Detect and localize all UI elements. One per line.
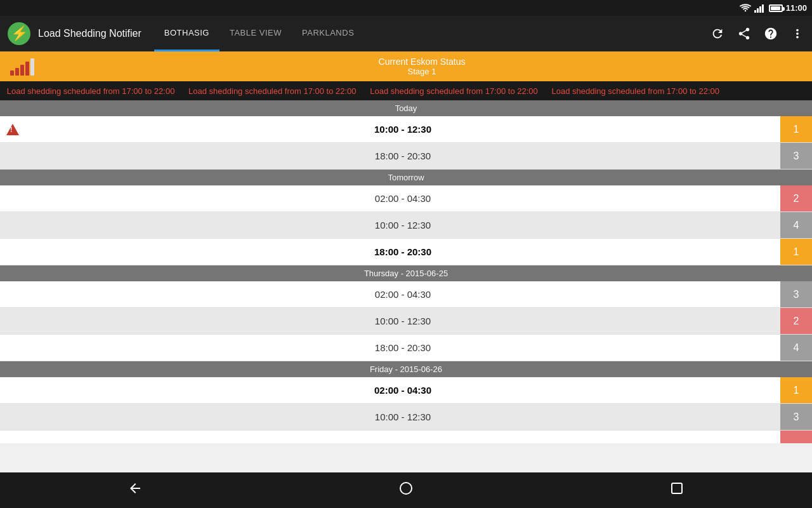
status-text: Current Eskom Status Stage 1 — [42, 57, 802, 76]
toolbar-actions — [710, 27, 804, 41]
stage-badge: 1 — [780, 116, 812, 142]
svg-rect-5 — [672, 483, 682, 493]
battery-icon — [769, 4, 783, 12]
slot-time: 02:00 - 04:30 — [25, 385, 780, 396]
schedule-row: 10:00 - 12:30 4 — [0, 212, 812, 239]
slot-time: 10:00 - 12:30 — [25, 411, 780, 422]
status-icons: 11:00 — [740, 3, 807, 13]
svg-rect-0 — [754, 10, 756, 13]
schedule-row: 10:00 - 12:30 2 — [0, 308, 812, 335]
stage-badge: 3 — [780, 143, 812, 169]
schedule-row: 02:00 - 04:30 1 — [0, 377, 812, 404]
wifi-icon — [740, 4, 751, 13]
tab-tableview[interactable]: TABLE VIEW — [219, 16, 292, 51]
schedule-row: 18:00 - 20:30 4 — [0, 335, 812, 361]
stage-badge: 3 — [780, 404, 812, 430]
stage-badge: 2 — [780, 308, 812, 334]
toolbar: ⚡ Load Shedding Notifier BOTHASIG TABLE … — [0, 16, 812, 51]
stage-badge: 1 — [780, 239, 812, 265]
slot-time: 10:00 - 12:30 — [25, 124, 780, 135]
status-bar: 11:00 — [0, 0, 812, 16]
schedule-list: Today 10:00 - 12:30 1 18:00 - 20:30 3 To… — [0, 100, 812, 472]
app-title: Load Shedding Notifier — [38, 28, 141, 39]
status-title: Current Eskom Status — [42, 57, 802, 67]
news-ticker: Load shedding scheduled from 17:00 to 22… — [0, 81, 812, 100]
refresh-button[interactable] — [710, 27, 724, 41]
status-time: 11:00 — [786, 3, 807, 13]
schedule-row-partial — [0, 431, 812, 443]
app-icon: ⚡ — [8, 22, 30, 45]
share-button[interactable] — [737, 27, 751, 41]
schedule-row: 18:00 - 20:30 3 — [0, 143, 812, 170]
schedule-row: 18:00 - 20:30 1 — [0, 239, 812, 265]
ticker-text: Load shedding scheduled from 17:00 to 22… — [0, 86, 719, 96]
tabs: BOTHASIG TABLE VIEW PARKLANDS — [154, 16, 703, 51]
tab-bothasig[interactable]: BOTHASIG — [154, 16, 219, 51]
day-header-today: Today — [0, 100, 812, 116]
schedule-row: 02:00 - 04:30 2 — [0, 185, 812, 212]
day-header-tomorrow: Tomorrow — [0, 170, 812, 185]
stage-badge: 4 — [780, 212, 812, 238]
bottom-nav — [0, 472, 812, 508]
slot-time: 10:00 - 12:30 — [25, 316, 780, 326]
svg-rect-1 — [757, 8, 759, 13]
tab-parklands[interactable]: PARKLANDS — [292, 16, 364, 51]
status-banner: Current Eskom Status Stage 1 — [0, 51, 812, 81]
stage-badge: 2 — [780, 185, 812, 211]
slot-time: 02:00 - 04:30 — [25, 289, 780, 300]
stage-badge: 4 — [780, 335, 812, 361]
more-button[interactable] — [790, 27, 804, 41]
schedule-row: 10:00 - 12:30 3 — [0, 404, 812, 431]
warning-icon — [0, 124, 25, 135]
stage-badge: 3 — [780, 281, 812, 307]
day-header-thursday: Thursday - 2015-06-25 — [0, 265, 812, 281]
stage-badge-partial — [780, 431, 812, 443]
signal-strength-icon — [10, 58, 34, 76]
stage-badge: 1 — [780, 377, 812, 403]
slot-time: 18:00 - 20:30 — [25, 246, 780, 257]
slot-time: 18:00 - 20:30 — [25, 342, 780, 353]
back-button[interactable] — [128, 481, 143, 500]
schedule-row: 10:00 - 12:30 1 — [0, 116, 812, 143]
slot-time: 10:00 - 12:30 — [25, 220, 780, 231]
schedule-row: 02:00 - 04:30 3 — [0, 281, 812, 308]
recent-button[interactable] — [669, 481, 684, 500]
slot-time: 18:00 - 20:30 — [25, 150, 780, 161]
help-button[interactable] — [764, 27, 778, 41]
day-header-friday: Friday - 2015-06-26 — [0, 361, 812, 377]
status-stage: Stage 1 — [42, 67, 802, 76]
signal-icon — [754, 4, 764, 13]
slot-time: 02:00 - 04:30 — [25, 193, 780, 204]
svg-rect-2 — [759, 6, 761, 13]
bolt-icon: ⚡ — [11, 27, 28, 41]
home-button[interactable] — [398, 481, 414, 500]
svg-rect-3 — [762, 4, 764, 13]
svg-point-4 — [400, 483, 412, 494]
main-content: Current Eskom Status Stage 1 Load sheddi… — [0, 51, 812, 472]
